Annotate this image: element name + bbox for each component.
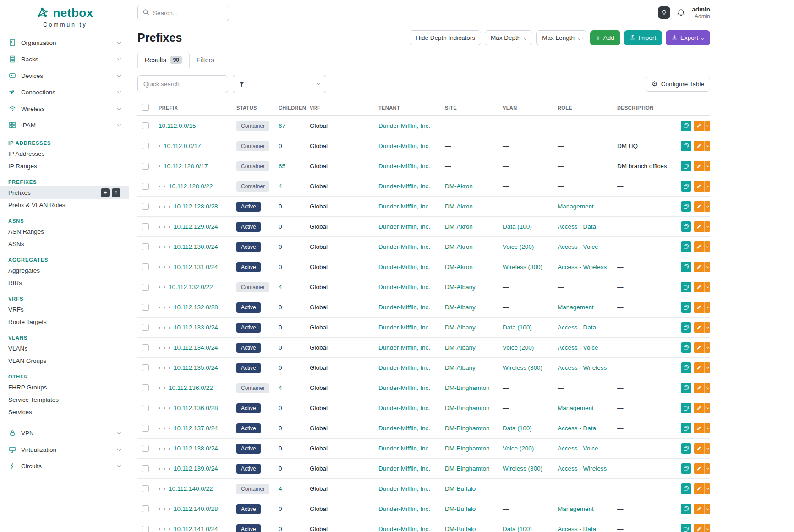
edit-dropdown-caret[interactable]	[704, 282, 710, 292]
role-link[interactable]: Access - Data	[558, 425, 596, 432]
role-link[interactable]: Management	[558, 203, 594, 210]
row-checkbox[interactable]	[142, 505, 149, 512]
edit-button[interactable]	[694, 201, 704, 212]
role-link[interactable]: Access - Voice	[558, 344, 598, 351]
role-link[interactable]: Access - Data	[558, 223, 596, 230]
sidebar-item-fhrp-groups[interactable]: FHRP Groups	[0, 381, 129, 394]
tenant-link[interactable]: Dunder-Mifflin, Inc.	[378, 364, 430, 371]
edit-dropdown-caret[interactable]	[704, 423, 710, 433]
export-button[interactable]: Export	[666, 30, 710, 45]
edit-button[interactable]	[694, 443, 704, 454]
sidebar-item-service-templates[interactable]: Service Templates	[0, 394, 129, 406]
sidebar-item-organization[interactable]: Organization	[0, 34, 129, 51]
edit-dropdown-caret[interactable]	[704, 322, 710, 333]
row-checkbox[interactable]	[142, 485, 149, 492]
role-link[interactable]: Access - Voice	[558, 445, 598, 452]
sidebar-item-asns[interactable]: ASNs	[0, 238, 129, 250]
row-checkbox[interactable]	[142, 284, 149, 291]
edit-button[interactable]	[694, 282, 704, 292]
site-link[interactable]: DM-Akron	[445, 203, 473, 210]
prefix-link[interactable]: 10.112.132.0/22	[169, 284, 213, 291]
filter-funnel-button[interactable]	[233, 75, 250, 93]
clone-button[interactable]	[681, 524, 691, 532]
children-link[interactable]: 4	[279, 485, 282, 492]
quick-add-button[interactable]: +	[101, 188, 110, 197]
role-link[interactable]: Management	[558, 505, 594, 512]
edit-dropdown-caret[interactable]	[704, 483, 710, 494]
clone-button[interactable]	[681, 403, 691, 413]
sidebar-item-ipam[interactable]: IPAM	[0, 117, 129, 133]
edit-dropdown-caret[interactable]	[704, 342, 710, 353]
edit-dropdown-caret[interactable]	[704, 443, 710, 454]
tenant-link[interactable]: Dunder-Mifflin, Inc.	[378, 526, 430, 532]
vlan-link[interactable]: Voice (200)	[503, 344, 534, 351]
prefix-link[interactable]: 10.112.128.0/17	[164, 163, 208, 170]
clone-button[interactable]	[681, 362, 691, 373]
children-link[interactable]: 67	[279, 122, 285, 129]
edit-dropdown-caret[interactable]	[704, 262, 710, 272]
row-checkbox[interactable]	[142, 304, 149, 311]
edit-dropdown-caret[interactable]	[704, 524, 710, 532]
row-checkbox[interactable]	[142, 243, 149, 250]
max-length-dropdown[interactable]: Max Length	[536, 30, 586, 45]
vlan-link[interactable]: Data (100)	[503, 223, 532, 230]
row-checkbox[interactable]	[142, 405, 149, 411]
sidebar-item-connections[interactable]: Connections	[0, 84, 129, 100]
vlan-link[interactable]: Wireless (300)	[503, 364, 542, 371]
edit-button[interactable]	[694, 221, 704, 232]
prefix-link[interactable]: 10.112.138.0/24	[174, 445, 218, 452]
row-checkbox[interactable]	[142, 526, 149, 532]
row-checkbox[interactable]	[142, 384, 149, 391]
tenant-link[interactable]: Dunder-Mifflin, Inc.	[378, 485, 430, 492]
site-link[interactable]: DM-Binghamton	[445, 465, 490, 472]
role-link[interactable]: Management	[558, 405, 594, 411]
edit-dropdown-caret[interactable]	[704, 403, 710, 413]
row-checkbox[interactable]	[142, 324, 149, 331]
prefix-link[interactable]: 10.112.132.0/28	[174, 304, 218, 311]
edit-dropdown-caret[interactable]	[704, 504, 710, 514]
clone-button[interactable]	[681, 121, 691, 131]
tenant-link[interactable]: Dunder-Mifflin, Inc.	[378, 183, 430, 190]
tenant-link[interactable]: Dunder-Mifflin, Inc.	[378, 163, 430, 170]
site-link[interactable]: DM-Akron	[445, 223, 473, 230]
clone-button[interactable]	[681, 181, 691, 192]
vlan-link[interactable]: Wireless (300)	[503, 465, 542, 472]
prefix-link[interactable]: 10.112.128.0/22	[169, 183, 213, 190]
clone-button[interactable]	[681, 383, 691, 393]
vlan-link[interactable]: Wireless (300)	[503, 263, 542, 270]
site-link[interactable]: DM-Binghamton	[445, 405, 490, 411]
clone-button[interactable]	[681, 241, 691, 252]
tenant-link[interactable]: Dunder-Mifflin, Inc.	[378, 405, 430, 411]
site-link[interactable]: DM-Albany	[445, 324, 476, 331]
row-checkbox[interactable]	[142, 203, 149, 210]
sidebar-item-vlans[interactable]: VLANs	[0, 342, 129, 355]
site-link[interactable]: DM-Albany	[445, 284, 476, 291]
edit-dropdown-caret[interactable]	[704, 121, 710, 131]
tab-results[interactable]: Results90	[137, 52, 190, 68]
vlan-link[interactable]: Voice (200)	[503, 445, 534, 452]
prefix-link[interactable]: 10.112.141.0/24	[174, 526, 218, 532]
sidebar-item-rirs[interactable]: RIRs	[0, 277, 129, 289]
add-button[interactable]: +Add	[590, 30, 620, 45]
children-link[interactable]: 4	[279, 384, 282, 391]
quick-search-input[interactable]	[137, 75, 228, 93]
tenant-link[interactable]: Dunder-Mifflin, Inc.	[378, 203, 430, 210]
tenant-link[interactable]: Dunder-Mifflin, Inc.	[378, 263, 430, 270]
max-depth-dropdown[interactable]: Max Depth	[485, 30, 532, 45]
role-link[interactable]: Access - Wireless	[558, 364, 607, 371]
user-menu[interactable]: admin Admin	[692, 6, 710, 20]
prefix-link[interactable]: 10.112.137.0/24	[174, 425, 218, 432]
clone-button[interactable]	[681, 504, 691, 514]
clone-button[interactable]	[681, 262, 691, 272]
edit-button[interactable]	[694, 161, 704, 171]
edit-dropdown-caret[interactable]	[704, 141, 710, 151]
children-link[interactable]: 4	[279, 183, 282, 190]
row-checkbox[interactable]	[142, 263, 149, 270]
clone-button[interactable]	[681, 302, 691, 313]
edit-dropdown-caret[interactable]	[704, 181, 710, 192]
search-input[interactable]	[153, 10, 224, 16]
edit-button[interactable]	[694, 322, 704, 333]
row-checkbox[interactable]	[142, 425, 149, 432]
prefix-link[interactable]: 10.112.0.0/15	[159, 122, 196, 129]
row-checkbox[interactable]	[142, 163, 149, 170]
